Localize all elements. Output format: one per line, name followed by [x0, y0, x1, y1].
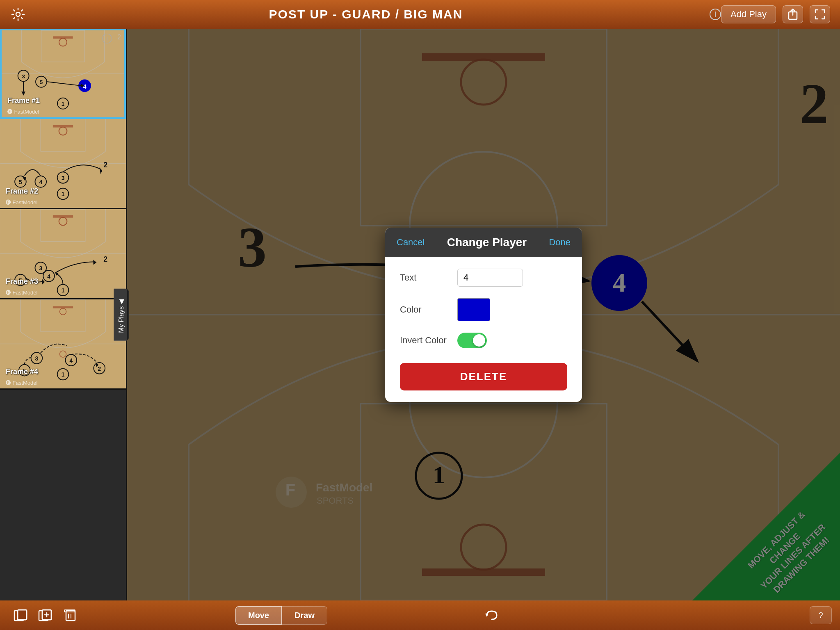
svg-text:1: 1: [62, 288, 65, 294]
svg-marker-105: [485, 614, 488, 617]
page-title: POST UP - GUARD / BIG MAN: [26, 7, 705, 21]
svg-text:3: 3: [62, 175, 65, 181]
frame-logo-4: 🅕 FastModel: [6, 380, 37, 386]
share-button[interactable]: [783, 5, 803, 23]
move-mode-button[interactable]: Move: [235, 606, 282, 625]
svg-text:3: 3: [39, 265, 42, 272]
add-play-button[interactable]: Add Play: [721, 5, 776, 23]
modal-header: Cancel Change Player Done: [385, 228, 582, 257]
invert-color-toggle[interactable]: [457, 333, 487, 348]
help-icon: ?: [818, 611, 823, 620]
frame-label-3: Frame #3: [6, 277, 38, 286]
delete-frame-button[interactable]: [57, 605, 82, 625]
help-button[interactable]: ?: [810, 606, 832, 624]
frame-thumb-1[interactable]: 3 5 4 1 i 2 Frame #1 🅕 FastModel: [0, 29, 126, 119]
color-label: Color: [400, 304, 457, 315]
text-label: Text: [400, 272, 457, 283]
court-area[interactable]: 2 3 1 4 F FastModel SPORTS Cance: [127, 29, 840, 600]
fullscreen-button[interactable]: [810, 5, 830, 23]
frame-label-4: Frame #4: [6, 368, 38, 376]
info-icon[interactable]: i: [710, 9, 721, 20]
frame-label-1: Frame #1: [7, 96, 40, 105]
frame-thumb-3[interactable]: 2 3 4 5 1 Frame #3 🅕 FastModel: [0, 209, 126, 299]
svg-rect-39: [53, 215, 73, 218]
copy-frame-button[interactable]: [8, 605, 33, 625]
svg-text:4: 4: [83, 83, 86, 90]
text-row: Text: [400, 269, 567, 287]
delete-button[interactable]: DELETE: [400, 363, 567, 390]
toggle-knob: [473, 334, 485, 347]
top-bar-left: [10, 6, 26, 23]
my-plays-tab[interactable]: My Plays ◀: [114, 288, 129, 340]
done-button[interactable]: Done: [549, 237, 571, 248]
svg-rect-6: [53, 36, 73, 39]
settings-button[interactable]: [10, 6, 26, 23]
color-row: Color: [400, 298, 567, 321]
text-input[interactable]: [457, 269, 523, 287]
svg-text:1: 1: [62, 191, 65, 197]
svg-point-0: [16, 12, 20, 16]
frame-logo-2: 🅕 FastModel: [6, 199, 37, 205]
draw-mode-button[interactable]: Draw: [282, 606, 327, 625]
frame-info-icon-1[interactable]: i: [102, 34, 112, 43]
sidebar: 3 5 4 1 i 2 Frame #1 🅕 FastModel: [0, 29, 127, 600]
frame-thumb-4[interactable]: 3 5 1 4 2 Frame #4 🅕 FastModel: [0, 299, 126, 390]
invert-color-label: Invert Color: [400, 335, 457, 346]
modal-body: Text Color Invert Color: [385, 257, 582, 402]
svg-text:2: 2: [98, 366, 101, 372]
frame-thumb-2[interactable]: 2 4 3 5 1 Frame #2 🅕 FastModel: [0, 119, 126, 209]
svg-rect-56: [53, 306, 73, 308]
bottom-bar: Move Draw ?: [0, 600, 840, 630]
svg-text:4: 4: [47, 274, 50, 280]
top-bar-right: Add Play: [721, 5, 830, 23]
svg-text:1: 1: [62, 372, 65, 378]
svg-text:3: 3: [22, 73, 25, 80]
top-bar: POST UP - GUARD / BIG MAN i Add Play: [0, 0, 840, 29]
change-player-modal: Cancel Change Player Done Text Color: [385, 228, 582, 402]
svg-text:1: 1: [62, 101, 65, 107]
svg-text:2: 2: [103, 255, 107, 263]
svg-text:4: 4: [39, 179, 42, 185]
frame-num-1: 2: [117, 34, 121, 41]
svg-text:5: 5: [19, 179, 22, 185]
cancel-button[interactable]: Cancel: [397, 237, 425, 248]
frame-logo-1: 🅕 FastModel: [7, 109, 39, 115]
add-frame-button[interactable]: [33, 605, 57, 625]
svg-text:5: 5: [40, 79, 43, 85]
frame-logo-3: 🅕 FastModel: [6, 290, 37, 296]
svg-text:4: 4: [69, 358, 73, 364]
main-area: 3 5 4 1 i 2 Frame #1 🅕 FastModel: [0, 29, 840, 600]
undo-button[interactable]: [481, 605, 503, 625]
svg-text:2: 2: [103, 161, 107, 169]
modal-overlay: Cancel Change Player Done Text Color: [127, 29, 840, 600]
frame-label-2: Frame #2: [6, 187, 38, 196]
color-swatch[interactable]: [457, 298, 490, 321]
svg-text:3: 3: [35, 356, 39, 362]
svg-rect-94: [18, 610, 27, 620]
invert-color-row: Invert Color: [400, 333, 567, 348]
modal-title: Change Player: [447, 236, 527, 249]
my-plays-label: My Plays: [118, 306, 125, 333]
svg-rect-23: [53, 125, 73, 128]
